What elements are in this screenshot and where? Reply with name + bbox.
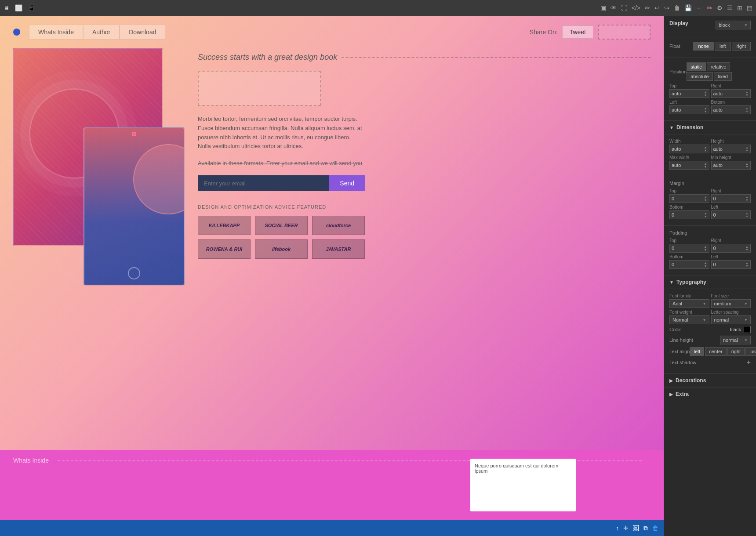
bottom-nav-text: Whats Inside <box>13 457 49 464</box>
align-right-btn[interactable]: right <box>727 347 745 356</box>
typography-arrow: ▼ <box>669 280 674 285</box>
color-swatch[interactable] <box>744 326 751 333</box>
pos-fixed-btn[interactable]: fixed <box>714 72 732 81</box>
nav-link-download[interactable]: Download <box>120 25 165 40</box>
pos-relative-btn[interactable]: relative <box>707 62 730 71</box>
letter-spacing-label: Letter spacing <box>711 310 751 315</box>
tablet-icon[interactable]: ⬜ <box>15 4 22 11</box>
max-width-input[interactable]: ▲▼ <box>669 161 709 170</box>
right-input[interactable]: ▲▼ <box>711 89 751 98</box>
padding-left-input[interactable]: ▲▼ <box>711 260 751 269</box>
toolbar-right: ▣ 👁 ⛶ </> ✏ ↩ ↪ 🗑 💾 ← ✏ ⚙ ☰ ⊞ ▤ <box>600 4 752 12</box>
dimension-arrow: ▼ <box>669 125 674 130</box>
gear-icon[interactable]: ⚙ <box>717 4 723 11</box>
bottom-input[interactable]: ▲▼ <box>711 105 751 114</box>
font-family-select[interactable]: Arial ▼ <box>669 299 709 308</box>
float-none-btn[interactable]: none <box>693 42 713 51</box>
pos-static-btn[interactable]: static <box>687 62 706 71</box>
align-justify-btn[interactable]: justify <box>745 347 756 356</box>
width-input[interactable]: ▲▼ <box>669 145 709 153</box>
font-weight-select[interactable]: Normal ▼ <box>669 315 709 324</box>
move-icon[interactable]: ✛ <box>623 525 629 532</box>
float-right-btn[interactable]: right <box>732 42 751 51</box>
extra-collapse[interactable]: ▶ Extra <box>664 388 756 401</box>
padding-left-label: Left <box>711 254 751 259</box>
book-circle-decoration <box>133 144 184 214</box>
back-icon[interactable]: ← <box>696 4 702 11</box>
padding-top-label: Top <box>669 238 709 243</box>
delete-icon[interactable]: 🗑 <box>652 525 658 532</box>
pos-absolute-btn[interactable]: absolute <box>687 72 713 81</box>
mobile-icon[interactable]: 📱 <box>28 4 35 11</box>
trash-icon[interactable]: 🗑 <box>674 4 680 11</box>
left-input[interactable]: ▲▼ <box>669 105 709 114</box>
add-image-icon[interactable]: 🖼 <box>633 525 639 532</box>
margin-bottom-input[interactable]: ▲▼ <box>669 210 709 219</box>
text-align-label: Text align <box>669 349 690 354</box>
align-center-btn[interactable]: center <box>705 347 727 356</box>
display-select[interactable]: block ▼ <box>716 21 751 29</box>
monitor-icon[interactable]: 🖥 <box>4 4 10 11</box>
send-button[interactable]: Send <box>329 175 365 191</box>
margin-top-input[interactable]: ▲▼ <box>669 194 709 203</box>
square-icon[interactable]: ▣ <box>600 4 606 11</box>
edit-icon[interactable]: ✏ <box>645 4 650 11</box>
panel-icon[interactable]: ▤ <box>747 4 752 11</box>
bottom-book-preview: Neque porro quisquam est qui dolorem ips… <box>470 459 576 511</box>
save-icon[interactable]: 💾 <box>684 4 692 11</box>
redo-icon[interactable]: ↪ <box>664 4 669 11</box>
add-text-shadow-btn[interactable]: + <box>747 359 751 366</box>
undo-icon[interactable]: ↩ <box>654 4 660 11</box>
logo-item: ROWENA & RUI <box>198 239 251 259</box>
line-height-select[interactable]: normal ▼ <box>720 336 751 344</box>
height-input[interactable]: ▲▼ <box>711 145 751 153</box>
typography-collapse[interactable]: ▼ Typography <box>664 275 756 289</box>
padding-section: Padding Top ▲▼ Right ▲▼ <box>664 226 756 275</box>
site-logo[interactable] <box>13 29 20 36</box>
device-home-btn <box>128 267 140 279</box>
padding-top-input[interactable]: ▲▼ <box>669 244 709 253</box>
menu-icon[interactable]: ☰ <box>727 4 733 11</box>
align-left-btn[interactable]: left <box>690 347 704 356</box>
extra-title: Extra <box>676 391 689 397</box>
font-family-label: Font family <box>669 293 709 298</box>
nav-link-author[interactable]: Author <box>83 25 120 40</box>
logo-item: cloudforce <box>312 216 365 235</box>
min-height-input[interactable]: ▲▼ <box>711 161 751 170</box>
device-camera <box>132 132 136 136</box>
position-row: Position static relative absolute fixed <box>669 62 751 81</box>
bottom-strip: Whats Inside Neque porro quisquam est qu… <box>0 450 664 520</box>
code-icon[interactable]: </> <box>632 4 640 11</box>
grid-icon[interactable]: ⊞ <box>737 4 742 11</box>
left-field-group: Left ▲▼ <box>669 100 709 114</box>
wh-grid: Width ▲▼ Height ▲▼ <box>669 139 751 153</box>
decorations-collapse[interactable]: ▶ Decorations <box>664 374 756 388</box>
email-input[interactable] <box>198 175 329 191</box>
duplicate-icon[interactable]: ⧉ <box>643 525 648 532</box>
padding-bottom-input[interactable]: ▲▼ <box>669 260 709 269</box>
font-family-size-grid: Font family Arial ▼ Font size medium ▼ <box>669 293 751 308</box>
nav-link-whats-inside[interactable]: Whats Inside <box>29 25 83 40</box>
headline-area: Success starts with a great design book <box>198 53 651 62</box>
margin-label: Margin <box>669 181 684 186</box>
float-section: Float none left right <box>664 37 756 58</box>
top-input[interactable]: ▲▼ <box>669 89 709 98</box>
expand-icon[interactable]: ⛶ <box>621 4 627 11</box>
font-size-select[interactable]: medium ▼ <box>711 299 751 308</box>
margin-left-input[interactable]: ▲▼ <box>711 210 751 219</box>
right-panel: Display block ▼ Float none left right <box>664 16 756 536</box>
arrow-up-icon[interactable]: ↑ <box>616 525 619 532</box>
float-left-btn[interactable]: left <box>715 42 731 51</box>
text-shadow-row: Text shadow + <box>669 359 751 366</box>
padding-right-input[interactable]: ▲▼ <box>711 244 751 253</box>
eye-icon[interactable]: 👁 <box>611 4 617 11</box>
tweet-button[interactable]: Tweet <box>562 25 593 39</box>
letter-spacing-select[interactable]: normal ▼ <box>711 315 751 324</box>
paint-icon[interactable]: ✏ <box>707 4 712 12</box>
margin-right-input[interactable]: ▲▼ <box>711 194 751 203</box>
hero-section: Success starts with a great design book … <box>0 48 664 312</box>
logo-item: lifebook <box>255 239 308 259</box>
decorations-arrow: ▶ <box>669 378 673 383</box>
dimension-collapse[interactable]: ▼ Dimension <box>664 121 756 134</box>
book-front[interactable] <box>84 127 185 286</box>
